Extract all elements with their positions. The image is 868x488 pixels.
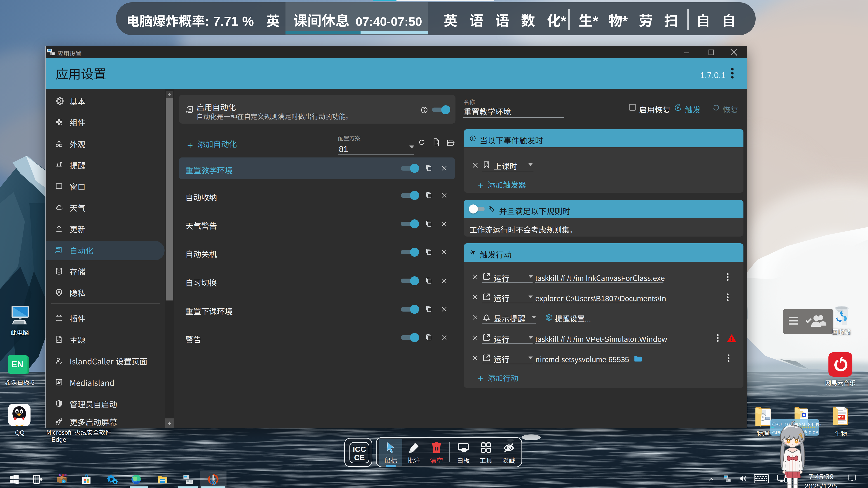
svg-text:R: R (803, 413, 805, 417)
svg-text:EN: EN (11, 360, 24, 369)
